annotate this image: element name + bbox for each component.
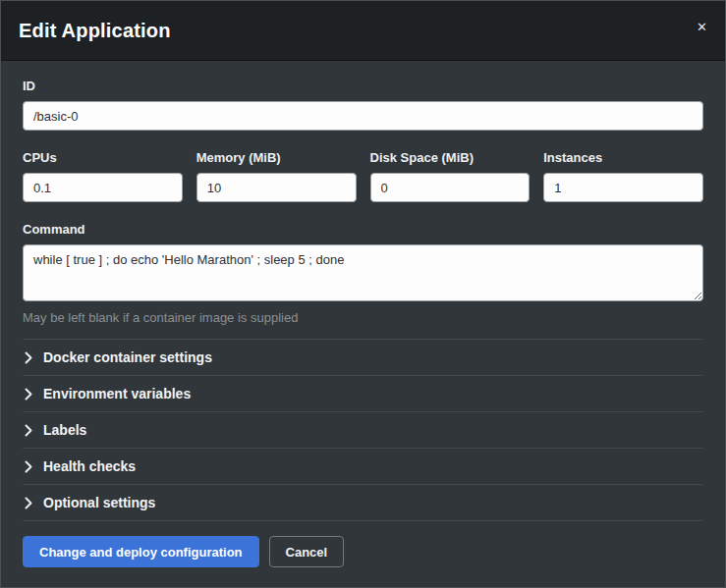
- section-label: Docker container settings: [43, 349, 212, 365]
- close-icon[interactable]: ✕: [693, 17, 711, 37]
- command-field: Command while [ true ] ; do echo 'Hello …: [23, 222, 703, 325]
- modal-header: Edit Application ✕: [1, 1, 725, 61]
- instances-field: Instances: [543, 150, 703, 202]
- section-optional-settings[interactable]: Optional settings: [23, 484, 703, 521]
- cpus-label: CPUs: [23, 150, 183, 165]
- section-environment-variables[interactable]: Environment variables: [23, 375, 703, 411]
- id-label: ID: [23, 79, 703, 93]
- disk-space-input[interactable]: [370, 173, 531, 202]
- cancel-button[interactable]: Cancel: [269, 536, 345, 567]
- edit-application-modal: Edit Application ✕ ID CPUs Memory (MiB) …: [0, 0, 726, 588]
- section-label: Health checks: [43, 458, 136, 474]
- command-textarea[interactable]: while [ true ] ; do echo 'Hello Marathon…: [23, 244, 703, 301]
- id-input[interactable]: [23, 101, 703, 131]
- memory-field: Memory (MiB): [196, 150, 357, 202]
- chevron-right-icon: [25, 424, 32, 437]
- cpus-input[interactable]: [23, 173, 183, 202]
- change-and-deploy-button[interactable]: Change and deploy configuration: [23, 536, 259, 567]
- modal-body: ID CPUs Memory (MiB) Disk Space (MiB) In…: [1, 61, 725, 522]
- instances-input[interactable]: [543, 173, 703, 202]
- command-label: Command: [23, 222, 703, 237]
- id-field: ID: [23, 79, 703, 131]
- chevron-right-icon: [25, 460, 32, 473]
- disk-space-field: Disk Space (MiB): [370, 150, 531, 202]
- chevron-right-icon: [25, 351, 32, 364]
- section-health-checks[interactable]: Health checks: [23, 448, 703, 484]
- instances-label: Instances: [543, 150, 703, 165]
- cpus-field: CPUs: [23, 150, 183, 202]
- disk-space-label: Disk Space (MiB): [370, 150, 531, 165]
- settings-accordion: Docker container settings Environment va…: [23, 339, 703, 521]
- command-help-text: May be left blank if a container image i…: [23, 310, 703, 325]
- chevron-right-icon: [25, 497, 32, 509]
- section-labels[interactable]: Labels: [23, 411, 703, 448]
- section-label: Optional settings: [43, 495, 155, 510]
- memory-input[interactable]: [196, 173, 357, 202]
- modal-title: Edit Application: [19, 20, 707, 42]
- section-label: Labels: [43, 422, 86, 438]
- section-label: Environment variables: [43, 386, 191, 401]
- memory-label: Memory (MiB): [196, 150, 357, 165]
- chevron-right-icon: [25, 388, 32, 401]
- section-docker-container-settings[interactable]: Docker container settings: [23, 339, 703, 375]
- resources-row: CPUs Memory (MiB) Disk Space (MiB) Insta…: [23, 150, 703, 202]
- modal-footer: Change and deploy configuration Cancel: [1, 522, 725, 587]
